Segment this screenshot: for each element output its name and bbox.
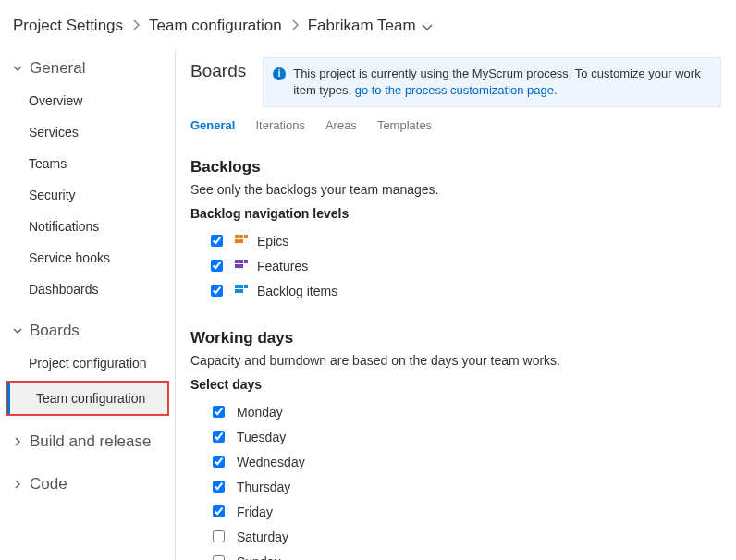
chevron-down-icon <box>13 322 22 340</box>
saturday-checkbox[interactable] <box>213 530 225 542</box>
tab-areas[interactable]: Areas <box>325 118 357 132</box>
sidebar-item-security[interactable]: Security <box>0 179 175 211</box>
sidebar: General Overview Services Teams Security… <box>0 48 176 560</box>
sidebar-item-service-hooks[interactable]: Service hooks <box>0 242 175 274</box>
sidebar-item-services[interactable]: Services <box>0 116 175 148</box>
day-thursday: Thursday <box>190 474 721 499</box>
backlog-level-epics: Epics <box>190 228 721 253</box>
day-wednesday: Wednesday <box>190 449 721 474</box>
main-content: Boards i This project is currently using… <box>176 48 736 560</box>
info-banner: i This project is currently using the My… <box>263 57 721 107</box>
tuesday-checkbox[interactable] <box>213 431 225 443</box>
breadcrumb: Project Settings Team configuration Fabr… <box>0 0 736 48</box>
backlog-level-backlog-items: Backlog items <box>190 278 721 303</box>
breadcrumb-root[interactable]: Project Settings <box>13 17 123 35</box>
sidebar-section-label: Code <box>30 475 67 493</box>
day-label: Sunday <box>237 554 280 560</box>
day-saturday: Saturday <box>190 524 721 549</box>
working-days-heading: Working days <box>190 329 721 347</box>
sidebar-section-boards[interactable]: Boards <box>0 312 175 347</box>
tab-iterations[interactable]: Iterations <box>255 118 304 132</box>
sidebar-item-teams[interactable]: Teams <box>0 148 175 179</box>
backlog-nav-levels-label: Backlog navigation levels <box>190 206 721 221</box>
thursday-checkbox[interactable] <box>213 481 225 493</box>
breadcrumb-team-config[interactable]: Team configuration <box>149 17 282 35</box>
sidebar-section-label: Build and release <box>30 432 151 451</box>
chevron-right-icon <box>291 17 299 35</box>
sidebar-section-code[interactable]: Code <box>0 466 175 501</box>
tabs: General Iterations Areas Templates <box>190 118 721 132</box>
day-label: Saturday <box>237 530 288 544</box>
chevron-right-icon <box>13 475 22 493</box>
sidebar-item-notifications[interactable]: Notifications <box>0 211 175 242</box>
chevron-down-icon <box>422 17 433 35</box>
select-days-label: Select days <box>190 377 721 392</box>
day-label: Wednesday <box>237 455 305 469</box>
info-icon: i <box>273 67 286 80</box>
monday-checkbox[interactable] <box>213 406 225 418</box>
backlogs-heading: Backlogs <box>190 158 721 177</box>
backlog-items-checkbox[interactable] <box>211 285 223 297</box>
tab-general[interactable]: General <box>190 118 235 132</box>
day-label: Thursday <box>237 480 290 494</box>
sidebar-item-team-configuration[interactable]: Team configuration <box>7 383 167 414</box>
backlog-items-label: Backlog items <box>257 284 337 298</box>
friday-checkbox[interactable] <box>213 505 225 517</box>
chevron-right-icon <box>13 432 22 451</box>
day-monday: Monday <box>190 399 721 424</box>
features-icon <box>235 260 248 273</box>
highlight-annotation: Team configuration <box>6 381 169 416</box>
sidebar-item-overview[interactable]: Overview <box>0 85 175 116</box>
sidebar-section-build-release[interactable]: Build and release <box>0 423 175 458</box>
tab-templates[interactable]: Templates <box>377 118 432 132</box>
day-friday: Friday <box>190 499 721 524</box>
features-checkbox[interactable] <box>211 260 223 272</box>
sidebar-item-project-configuration[interactable]: Project configuration <box>0 347 175 379</box>
day-label: Tuesday <box>237 430 286 444</box>
backlog-level-features: Features <box>190 253 721 278</box>
epics-label: Epics <box>257 234 288 249</box>
sidebar-section-label: Boards <box>30 322 80 340</box>
day-tuesday: Tuesday <box>190 424 721 449</box>
sidebar-item-dashboards[interactable]: Dashboards <box>0 274 175 305</box>
chevron-right-icon <box>132 17 140 35</box>
epics-icon <box>235 235 248 248</box>
day-sunday: Sunday <box>190 549 721 560</box>
backlogs-desc: See only the backlogs your team manages. <box>190 182 721 197</box>
working-days-desc: Capacity and burndown are based on the d… <box>190 353 721 368</box>
day-label: Monday <box>237 405 283 420</box>
sunday-checkbox[interactable] <box>213 555 225 560</box>
day-label: Friday <box>237 505 273 519</box>
breadcrumb-current-team[interactable]: Fabrikam Team <box>308 17 433 35</box>
page-title: Boards <box>190 57 246 81</box>
sidebar-section-label: General <box>30 59 85 78</box>
chevron-down-icon <box>13 59 22 78</box>
breadcrumb-current-label: Fabrikam Team <box>308 17 416 35</box>
epics-checkbox[interactable] <box>211 235 223 247</box>
features-label: Features <box>257 259 308 274</box>
wednesday-checkbox[interactable] <box>213 456 225 468</box>
process-customization-link[interactable]: go to the process customization page. <box>355 83 558 97</box>
info-banner-text: This project is currently using the MySc… <box>293 66 711 99</box>
sidebar-section-general[interactable]: General <box>0 50 175 85</box>
backlog-items-icon <box>235 285 248 298</box>
